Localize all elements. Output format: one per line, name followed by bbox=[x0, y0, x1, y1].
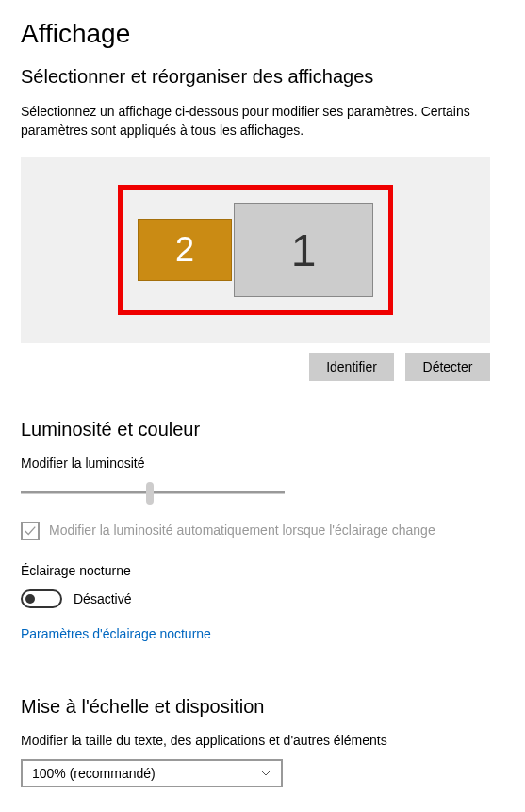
night-light-group: Éclairage nocturne Désactivé Paramètres … bbox=[21, 563, 504, 673]
night-light-state: Désactivé bbox=[74, 591, 131, 606]
checkmark-icon bbox=[24, 524, 37, 538]
arrange-buttons: Identifier Détecter bbox=[21, 353, 490, 381]
brightness-slider-group: Modifier la luminosité Modifier la lumin… bbox=[21, 456, 504, 540]
toggle-knob bbox=[25, 594, 35, 604]
scale-section: Mise à l'échelle et disposition Modifier… bbox=[21, 696, 504, 787]
identify-button[interactable]: Identifier bbox=[309, 353, 394, 381]
monitor-2[interactable]: 2 bbox=[138, 219, 232, 281]
highlight-box: 2 1 bbox=[118, 185, 393, 315]
arrange-title: Sélectionner et réorganiser des affichag… bbox=[21, 66, 504, 88]
page-title: Affichage bbox=[21, 19, 504, 49]
slider-thumb[interactable] bbox=[146, 482, 154, 505]
display-arrange-area[interactable]: 2 1 bbox=[21, 157, 490, 343]
scale-title: Mise à l'échelle et disposition bbox=[21, 696, 504, 718]
auto-brightness-row: Modifier la luminosité automatiquement l… bbox=[21, 522, 504, 540]
arrange-section: Sélectionner et réorganiser des affichag… bbox=[21, 66, 504, 381]
monitor-1[interactable]: 1 bbox=[234, 203, 373, 297]
text-size-dropdown[interactable]: 100% (recommandé) bbox=[21, 759, 283, 787]
dropdown-value: 100% (recommandé) bbox=[32, 766, 156, 781]
auto-brightness-checkbox[interactable] bbox=[21, 522, 40, 540]
night-light-label: Éclairage nocturne bbox=[21, 563, 504, 578]
night-light-settings-link[interactable]: Paramètres d'éclairage nocturne bbox=[21, 626, 211, 641]
brightness-title: Luminosité et couleur bbox=[21, 419, 504, 440]
night-light-toggle-row: Désactivé bbox=[21, 589, 504, 608]
arrange-description: Sélectionnez un affichage ci-dessous pou… bbox=[21, 103, 504, 140]
brightness-slider-label: Modifier la luminosité bbox=[21, 456, 504, 471]
brightness-section: Luminosité et couleur Modifier la lumino… bbox=[21, 419, 504, 673]
detect-button[interactable]: Détecter bbox=[405, 353, 490, 381]
auto-brightness-label: Modifier la luminosité automatiquement l… bbox=[49, 522, 435, 540]
night-light-toggle[interactable] bbox=[21, 589, 62, 608]
text-size-label: Modifier la taille du texte, des applica… bbox=[21, 733, 504, 748]
chevron-down-icon bbox=[260, 768, 271, 779]
brightness-slider[interactable] bbox=[21, 482, 285, 505]
